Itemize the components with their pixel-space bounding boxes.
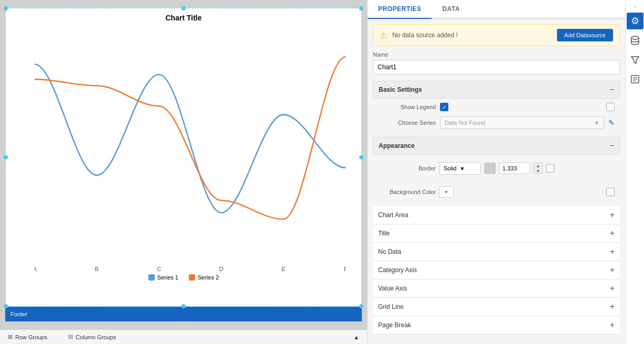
basic-settings-section[interactable]: Basic Settings − (373, 81, 620, 99)
gear-icon-btn[interactable]: ⚙ (627, 13, 643, 29)
tab-data[interactable]: DATA (432, 0, 470, 18)
chevron-down-icon: ▼ (594, 120, 599, 126)
choose-series-value: Data Not Found (445, 120, 486, 126)
show-legend-label: Show Legend (378, 104, 436, 110)
legend-series1-color (148, 274, 155, 281)
chart-area-section[interactable]: Chart Area + (373, 206, 620, 224)
alert-banner: ⚠ No data source added ! Add Datasource (373, 24, 620, 46)
category-axis-section[interactable]: Category Axis + (373, 261, 620, 280)
title-section[interactable]: Title + (373, 224, 620, 243)
no-data-label: No Data (378, 248, 401, 255)
border-checkbox[interactable] (546, 164, 554, 173)
value-axis-expand: + (610, 284, 615, 293)
anchor-tr[interactable] (359, 6, 363, 10)
svg-marker-20 (631, 57, 639, 63)
border-row: Border Solid ▼ ▲ ▼ (373, 159, 620, 178)
table-icon: ⊞ (8, 334, 13, 340)
page-break-expand: + (610, 320, 615, 330)
row-groups-item: ⊞ Row Groups (8, 334, 47, 340)
row-groups-label: Row Groups (15, 334, 47, 340)
expand-arrow[interactable]: ▲ (353, 334, 359, 340)
border-spinner[interactable]: ▲ ▼ (533, 163, 543, 174)
border-chevron-icon: ▼ (459, 166, 465, 171)
legend-series2: Series 2 (189, 274, 219, 281)
choose-series-select[interactable]: Data Not Found ▼ (440, 116, 604, 129)
choose-series-label: Choose Series (378, 120, 436, 126)
svg-rect-0 (35, 33, 346, 263)
appearance-toggle: − (609, 141, 614, 150)
chart-area-label: Chart Area (378, 211, 408, 219)
bg-color-picker[interactable]: ▼ (439, 186, 454, 198)
filter-icon (631, 56, 639, 64)
name-field-group: Name (373, 51, 620, 74)
value-axis-label: Value Axis (378, 285, 407, 292)
svg-text:A: A (35, 266, 37, 271)
border-color-picker[interactable] (484, 163, 496, 174)
grid-line-expand: + (610, 302, 615, 311)
chart-title: Chart Title (6, 8, 361, 25)
column-groups-label: Column Groups (76, 334, 116, 340)
database-icon-btn[interactable] (627, 32, 643, 49)
footer-label: Footer (10, 311, 27, 317)
show-legend-extra-checkbox[interactable] (606, 103, 615, 111)
spinner-down[interactable]: ▼ (534, 168, 542, 174)
anchor-bc[interactable] (181, 304, 186, 308)
appearance-section[interactable]: Appearance − (373, 137, 620, 155)
grid-line-section[interactable]: Grid Line + (373, 298, 620, 316)
anchor-bl[interactable] (4, 304, 8, 308)
bg-color-chevron: ▼ (444, 190, 448, 195)
appearance-title: Appearance (379, 142, 415, 149)
title-label: Title (378, 230, 390, 237)
anchor-br[interactable] (359, 304, 363, 308)
grid-line-label: Grid Line (378, 303, 404, 310)
basic-settings-toggle: − (609, 85, 614, 94)
bg-color-row: Background Color ▼ (373, 183, 620, 201)
edit-icon (631, 75, 639, 83)
database-icon (630, 36, 640, 45)
legend-series2-label: Series 2 (198, 274, 219, 281)
chart-area-expand: + (610, 210, 615, 220)
collapsible-sections: Chart Area + Title + No Data + Category … (373, 206, 620, 335)
legend-series1-label: Series 1 (157, 274, 178, 281)
edit-icon-btn[interactable] (627, 71, 643, 88)
right-sidebar: › ⚙ (625, 0, 644, 344)
name-label: Name (373, 51, 620, 58)
choose-series-row: Choose Series Data Not Found ▼ ✎ (373, 116, 620, 129)
name-input[interactable] (373, 60, 620, 74)
chart-canvas: Chart Title 110 100 9 (5, 8, 362, 307)
expand-icon[interactable]: › (632, 4, 638, 10)
edit-series-icon[interactable]: ✎ (608, 119, 615, 127)
filter-icon-btn[interactable] (627, 51, 643, 68)
anchor-tc[interactable] (181, 6, 186, 10)
anchor-tl[interactable] (4, 6, 8, 10)
column-table-icon: ⊟ (68, 334, 73, 340)
show-legend-checkbox[interactable]: ✓ (440, 103, 448, 111)
border-style-select[interactable]: Solid ▼ (439, 162, 481, 175)
basic-settings-title: Basic Settings (379, 86, 422, 93)
no-data-section[interactable]: No Data + (373, 243, 620, 261)
bg-color-checkbox[interactable] (606, 188, 615, 196)
spinner-up[interactable]: ▲ (534, 163, 542, 168)
add-datasource-button[interactable]: Add Datasource (557, 29, 613, 41)
page-break-label: Page Break (378, 321, 411, 329)
legend-series1: Series 1 (148, 274, 178, 281)
warning-icon: ⚠ (380, 30, 387, 40)
alert-text: No data source added ! (392, 31, 552, 39)
svg-text:F: F (344, 266, 346, 271)
no-data-expand: + (610, 247, 615, 256)
title-expand: + (610, 229, 615, 238)
footer-bar: Footer (5, 307, 362, 321)
svg-text:B: B (95, 266, 99, 271)
page-break-section[interactable]: Page Break + (373, 316, 620, 335)
panel-content: ⚠ No data source added ! Add Datasource … (368, 19, 625, 344)
chart-legend: Series 1 Series 2 (6, 271, 361, 284)
svg-text:D: D (219, 266, 223, 271)
bottom-bar: ⊞ Row Groups ⊟ Column Groups ▲ (0, 329, 367, 344)
border-style-value: Solid (444, 165, 456, 171)
legend-series2-color (189, 274, 195, 281)
border-width-input[interactable] (499, 163, 530, 174)
panel-tabs: PROPERTIES DATA (368, 0, 625, 19)
tab-properties[interactable]: PROPERTIES (368, 0, 432, 19)
value-axis-section[interactable]: Value Axis + (373, 280, 620, 298)
bg-color-label: Background Color (378, 189, 436, 195)
